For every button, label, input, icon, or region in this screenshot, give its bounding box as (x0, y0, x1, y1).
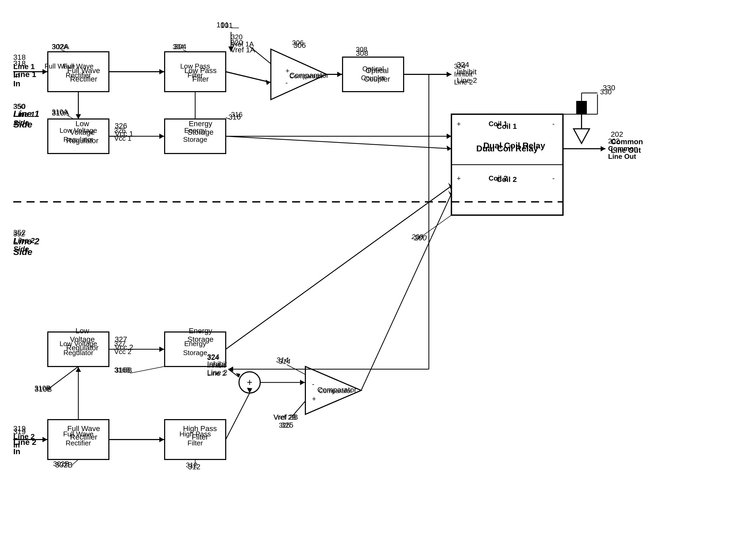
ref-326: 326 (115, 122, 127, 130)
lvr1-label: Low VoltageRegulator (62, 120, 102, 145)
energy-storage-2-label: EnergyStorage (181, 327, 220, 344)
ref-330: 330 (603, 84, 615, 92)
lvr2-label: Low VoltageRegulator (62, 327, 102, 352)
svg-text:+: + (247, 377, 252, 388)
line2-side: Line 2Side (13, 236, 35, 253)
ref-319: 319 (13, 424, 26, 433)
svg-text:+: + (457, 120, 461, 128)
ref-302A: 302A (52, 43, 69, 51)
ref-314: 314 (276, 356, 289, 364)
line1-side: Line 1Side (13, 110, 35, 127)
ref-316B: 316B (115, 366, 132, 375)
svg-text:+: + (312, 395, 316, 403)
energy-storage-1-label: EnergyStorage (181, 120, 220, 136)
inhibit-line2-out: InhibitLine 2 (457, 68, 477, 85)
ref-304: 304 (174, 43, 186, 51)
ref-316: 316 (228, 113, 241, 121)
ref-350: 350 (13, 102, 26, 111)
svg-rect-78 (576, 101, 587, 114)
ref-310A: 310A (52, 109, 69, 118)
vref2b-label: Vref 2B (273, 413, 298, 422)
ref-308: 308 (356, 49, 368, 58)
svg-text:-: - (285, 79, 288, 86)
vcc1-label: Vcc 1 (115, 130, 133, 138)
ref-312: 312 (188, 463, 201, 471)
coil1-label: Coil 1 (497, 122, 517, 131)
svg-text:-: - (552, 120, 555, 128)
ref-200: 200 (414, 234, 427, 242)
svg-text:-: - (552, 174, 555, 182)
ref-306: 306 (293, 41, 306, 50)
vcc2-label: Vcc 2 (115, 343, 133, 352)
high-pass-filter-label: High PassFilter (180, 424, 220, 441)
svg-text:Storage: Storage (183, 135, 207, 144)
vref1a-label: Vref 1A (231, 46, 255, 54)
svg-text:Storage: Storage (183, 349, 207, 357)
svg-text:+: + (285, 67, 289, 75)
line1-in: Line 1In (13, 62, 35, 79)
comparator2-label: Comparator (317, 386, 357, 394)
coil2-label: Coil 2 (497, 175, 517, 184)
dual-coil-relay-label: Dual Coil Relay (483, 141, 545, 151)
line2-in: Line 2In (13, 432, 35, 449)
ref-327: 327 (115, 335, 127, 344)
fwr2-label: Full WaveRectifier (64, 424, 104, 441)
svg-text:-: - (312, 380, 314, 388)
optical-coupler-label: OpticalCoupler (356, 67, 398, 83)
common-line-out: CommonLine Out (611, 137, 643, 155)
ref-101: 101 (216, 21, 229, 29)
ref-310B: 310B (34, 385, 52, 394)
lpf-label: Low PassFilter (181, 67, 220, 83)
ref-318: 318 (13, 53, 26, 61)
ref-352: 352 (13, 228, 26, 237)
comparator1-label: Comparator (289, 71, 329, 80)
fwr1-label: Full WaveRectifier (64, 67, 104, 83)
svg-text:+: + (457, 174, 461, 182)
inhibit-line2-in: InhibitLine 2 (207, 360, 227, 377)
svg-text:In: In (13, 79, 21, 88)
ref-325: 325 (281, 421, 293, 429)
ref-302B: 302B (55, 461, 73, 469)
